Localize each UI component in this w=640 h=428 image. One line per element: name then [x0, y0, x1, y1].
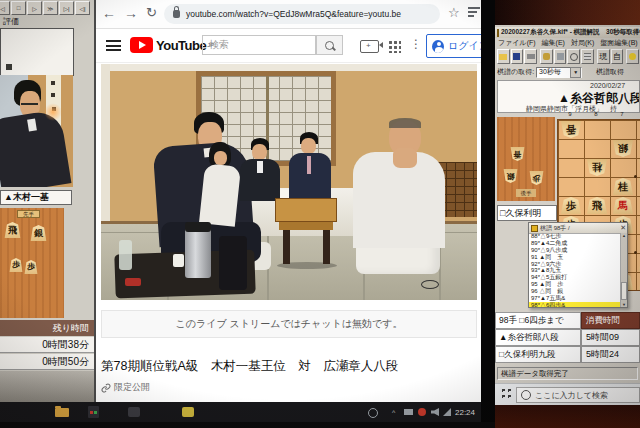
- thermos-lid: [185, 222, 211, 232]
- video-player[interactable]: [101, 64, 477, 300]
- tray-battery-icon: [404, 409, 413, 415]
- bookmark-star-icon[interactable]: ☆: [448, 5, 460, 20]
- scroll-up-icon[interactable]: ▲: [621, 233, 627, 238]
- kifu-list-window: 棋譜 98手 / ✕ 88*△9七歩89*▲4二角成90*△9八歩成91 ▲同 …: [528, 222, 628, 308]
- kifu-window-titlebar[interactable]: 20200227糸谷久保.kif* - 棋譜解説 30秒毎取得中: [495, 27, 640, 38]
- magnifier-icon: [325, 41, 334, 50]
- remaining-time-gote: 0時間50分: [0, 354, 94, 370]
- floor-glasses: [421, 280, 439, 289]
- fetch-kifu-button[interactable]: 棋譜取得: [596, 67, 624, 77]
- taskbar-search-box[interactable]: ここに入力して検索: [516, 387, 640, 403]
- replay-button[interactable]: ◁: [0, 1, 10, 15]
- kifu-move-row[interactable]: 94*△5五銀打: [529, 274, 620, 281]
- replay-button[interactable]: ▷: [27, 1, 42, 15]
- store-icon[interactable]: [88, 406, 99, 418]
- kifu-move-row[interactable]: 97*▲7五馬&: [529, 295, 620, 302]
- record-keeper-face: [214, 151, 227, 165]
- board-piece: 桂: [586, 159, 608, 176]
- kifu-move-row[interactable]: 89*▲4二角成: [529, 240, 620, 247]
- video-upload-icon[interactable]: +: [360, 40, 379, 53]
- menu-item[interactable]: 対局(K): [568, 38, 597, 48]
- photo-player-shirt: [27, 118, 37, 131]
- reading-list-icon[interactable]: [468, 7, 480, 19]
- menu-item[interactable]: 編集(E): [539, 38, 568, 48]
- scroll-down-icon[interactable]: ▼: [621, 302, 627, 307]
- board-top: [275, 198, 337, 222]
- lock-icon: [173, 10, 180, 18]
- back-icon[interactable]: ←: [102, 5, 116, 21]
- eval-label: 評価: [3, 16, 19, 27]
- reload-icon[interactable]: ↻: [146, 5, 157, 20]
- login-button[interactable]: ログイン: [426, 34, 481, 58]
- open-file-button[interactable]: [497, 49, 510, 64]
- kifu-move-row[interactable]: 98*△6四歩&: [529, 302, 620, 307]
- close-icon[interactable]: ✕: [620, 224, 626, 232]
- app-icon-dark[interactable]: [128, 407, 140, 417]
- tray-chevron-icon[interactable]: ^: [392, 409, 395, 416]
- kifu-move-row[interactable]: 90*△9八歩成: [529, 247, 620, 254]
- kifu-list-title: 棋譜 98手 /: [540, 224, 570, 233]
- replay-button[interactable]: ≫: [43, 1, 58, 15]
- print-button[interactable]: [524, 49, 537, 64]
- gote-footer-name: □久保利明九段: [495, 346, 581, 363]
- forward-icon[interactable]: →: [124, 5, 138, 21]
- kifu-move-row[interactable]: 91 ▲同 玉: [529, 254, 620, 261]
- replay-button[interactable]: □: [11, 1, 26, 15]
- hamburger-icon[interactable]: [106, 40, 121, 51]
- search-tool-button[interactable]: [567, 49, 580, 64]
- youtube-logo-text: YouTube: [156, 38, 206, 53]
- url-bar[interactable]: youtube.com/watch?v=QEdJ8wMra5Q&feature=…: [164, 4, 440, 24]
- board-column-number: 7: [609, 111, 635, 118]
- captured-piece: 歩: [9, 258, 23, 272]
- gote-tag: 後手: [516, 189, 536, 197]
- game-info-panel: 2020/02/27 ▲糸谷哲郎八段 静岡県静岡市「浮月楼」 持: [497, 80, 640, 113]
- kifu-move-row[interactable]: 93*▲8九玉: [529, 267, 620, 274]
- scroll-thumb[interactable]: [621, 282, 627, 300]
- sente-footer-time: 5時間09: [581, 329, 640, 346]
- kifu-app-icon: [497, 29, 499, 37]
- board-column-numbers: 9876: [557, 111, 640, 118]
- apps-grid-icon[interactable]: [388, 40, 401, 53]
- fetch-label: 棋譜の取得:: [497, 67, 534, 77]
- board-leg-right: [323, 228, 330, 264]
- search-button[interactable]: [316, 35, 343, 55]
- kifu-move-list: 88*△9七歩89*▲4二角成90*△9八歩成91 ▲同 玉92*△9六歩93*…: [529, 233, 620, 307]
- kifu-move-row[interactable]: 92*△9六歩: [529, 261, 620, 268]
- menu-item[interactable]: ファイル(F): [495, 38, 539, 48]
- kifu-move-row[interactable]: 88*△9七歩: [529, 233, 620, 240]
- copy-kifu-button[interactable]: [540, 49, 553, 64]
- room-ceiling: [101, 64, 477, 71]
- app-icon-yellow[interactable]: [182, 407, 194, 417]
- kifu-move-row[interactable]: 95 ▲同 歩: [529, 281, 620, 288]
- auto-play-button[interactable]: 自: [611, 49, 624, 64]
- menu-item[interactable]: 盤面編集(B): [597, 38, 640, 48]
- folder-icon[interactable]: [55, 408, 69, 417]
- eval-box: [0, 28, 74, 76]
- captured-piece: 銀: [30, 225, 47, 241]
- grid-tool-button[interactable]: [581, 49, 594, 64]
- board-column-number: 6: [635, 111, 640, 118]
- thermos: [185, 224, 211, 278]
- official-2-face: [301, 138, 316, 154]
- current-position-button[interactable]: 現: [597, 49, 610, 64]
- edit-tool-button[interactable]: [554, 49, 567, 64]
- more-vert-icon[interactable]: ⋮: [410, 37, 422, 51]
- time-header-cell: 消費時間: [581, 312, 640, 329]
- taskbar-clock[interactable]: 22:24: [455, 408, 475, 417]
- board-leg-left: [283, 228, 290, 264]
- right-monitor: 20200227糸谷久保.kif* - 棋譜解説 30秒毎取得中 ファイル(F)…: [495, 25, 640, 405]
- windows-start-icon[interactable]: [500, 389, 511, 400]
- photo-player-glasses: [21, 103, 38, 105]
- hint-bulb-button[interactable]: [626, 49, 639, 64]
- kifu-scrollbar[interactable]: ▲ ▼: [620, 233, 627, 307]
- replay-button[interactable]: ▷|: [59, 1, 74, 15]
- replay-button[interactable]: ◁|: [75, 1, 90, 15]
- person-icon: [432, 40, 444, 53]
- tray-person-icon[interactable]: [368, 408, 378, 418]
- kifu-move-row[interactable]: 96 △同 銀: [529, 288, 620, 295]
- save-button[interactable]: [511, 49, 524, 64]
- captured-piece: 歩: [24, 260, 38, 274]
- search-input[interactable]: 検索: [202, 35, 316, 55]
- fetch-interval-select[interactable]: 30秒毎 ▼: [536, 67, 582, 78]
- gote-footer-time: 5時間24: [581, 346, 640, 363]
